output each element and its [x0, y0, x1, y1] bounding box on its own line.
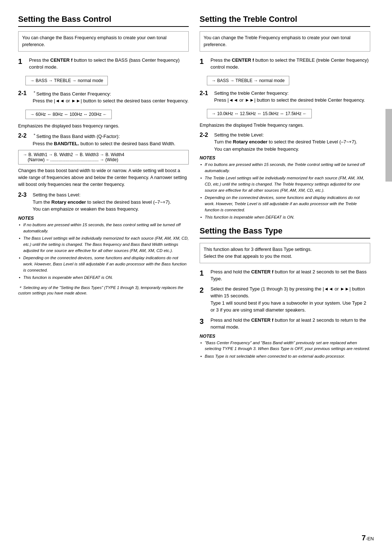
bass-note-3: Depending on the connected devices, some…	[18, 255, 189, 273]
bass-emphasizes: Emphasizes the displayed bass frequency …	[18, 123, 189, 129]
treble-step21-body: Press |◄◄ or ►►| button to select the de…	[214, 97, 365, 103]
bass-step22-title: Setting the Bass Band width (Q-Factor):	[36, 134, 120, 139]
bass-step1: 1 Press the CENTER f button to select th…	[18, 57, 189, 71]
bass-footnote: ＊ Selecting any of the "Setting the Bass…	[18, 285, 189, 296]
treble-note-2: The Treble Level settings will be indivi…	[200, 175, 370, 193]
page-num-digit: 7	[362, 534, 366, 542]
treble-info-box: You can change the Treble Frequency emph…	[200, 31, 370, 52]
treble-notes-title: NOTES	[200, 155, 370, 160]
page: Setting the Bass Control You can change …	[0, 0, 392, 553]
treble-step1-num: 1	[200, 57, 208, 66]
bass-step21: 2-1 ＊Setting the Bass Center Frequency: …	[18, 90, 189, 105]
bass-info-text: You can change the Bass Frequency emphas…	[22, 35, 167, 47]
bass-step22-text1: Press the	[33, 141, 54, 146]
bass-band-box: → B. Width1 → B. Width2 → B. Width3 → B.…	[18, 150, 189, 164]
treble-step22-text2: to select the desired Treble Level (–7~+…	[268, 139, 357, 145]
right-column: Setting the Treble Control You can chang…	[200, 15, 370, 531]
bt-step2-text2: Type 1 will sound best if you have a sub…	[211, 300, 366, 313]
sidebar-tab	[385, 109, 392, 182]
bass-step21-text: ＊Setting the Bass Center Frequency: Pres…	[33, 90, 189, 105]
bt-notes-list: "Bass Center Frequency" and "Bass Band w…	[200, 340, 370, 359]
bass-notes-title: NOTES	[18, 216, 189, 221]
bass-step21-num: 2-1	[18, 90, 31, 97]
bt-step3-text1: Press and hold the	[211, 317, 251, 323]
bt-step2-text: Select the desired Type (1 through 3) by…	[211, 285, 370, 314]
treble-freq-box: → 10.0kHz ↔ 12.5kHz ↔ 15.0kHz ↔ 17.5kHz …	[207, 109, 312, 118]
treble-step1-text1: Press the	[211, 57, 232, 63]
bass-step22: 2-2 ＊Setting the Bass Band width (Q-Fact…	[18, 132, 189, 147]
treble-step21: 2-1 Setting the treble Center frequency:…	[200, 90, 370, 104]
bass-step21-body: Press the |◄◄ or ►►| button to select th…	[33, 98, 188, 103]
bt-step3-text: Press and hold the CENTER f button for a…	[211, 317, 370, 331]
treble-step22: 2-2 Setting the treble Level: Turn the R…	[200, 131, 370, 153]
bass-step23-text2: to select the desired bass level (–7~+7)…	[86, 199, 171, 205]
bass-step1-num: 1	[18, 57, 27, 66]
treble-note-4: This function is inoperable when DEFEAT …	[200, 214, 370, 220]
bass-control-title: Setting the Bass Control	[18, 15, 189, 27]
bt-notes-title: NOTES	[200, 334, 370, 339]
bass-step23-text3: You can emphasize or weaken the bass fre…	[33, 206, 139, 212]
bt-step1-text1: Press and hold the	[211, 269, 251, 275]
bass-step22-bold: BAND/TEL.	[54, 141, 79, 146]
bass-note-4: This function is inoperable when DEFEAT …	[18, 275, 189, 281]
bass-step23-content: Setting the bass Level: Turn the Rotary …	[33, 191, 189, 213]
page-number: 7-EN	[362, 534, 374, 542]
bt-step3: 3 Press and hold the CENTER f button for…	[200, 317, 370, 331]
treble-info-text: You can change the Treble Frequency emph…	[204, 35, 351, 47]
treble-note-3: Depending on the connected devices, some…	[200, 195, 370, 213]
bass-step1-bold: CENTER f	[50, 57, 73, 63]
treble-step22-text1: Turn the	[214, 139, 233, 145]
bt-step2: 2 Select the desired Type (1 through 3) …	[200, 285, 370, 314]
treble-step22-bold: Rotary encoder	[233, 139, 268, 145]
bass-freq-box: → 60Hz ↔ 80Hz ↔ 100Hz ↔ 200Hz ←	[25, 110, 112, 119]
bass-step23: 2-3 Setting the bass Level: Turn the Rot…	[18, 191, 189, 213]
treble-step22-content: Setting the treble Level: Turn the Rotar…	[214, 131, 370, 153]
bt-step1-text: Press and hold the CENTER f button for a…	[211, 268, 370, 282]
bt-step1: 1 Press and hold the CENTER f button for…	[200, 268, 370, 282]
bt-note-2: Bass Type is not selectable when connect…	[200, 353, 370, 359]
treble-step21-num: 2-1	[200, 90, 213, 97]
treble-flow-box: → BASS → TREBLE → normal mode	[207, 76, 289, 85]
bass-step22-asterisk: ＊	[33, 133, 36, 137]
treble-step1: 1 Press the CENTER f button to select th…	[200, 57, 370, 71]
bt-note-1: "Bass Center Frequency" and "Bass Band w…	[200, 340, 370, 352]
bass-note-2: The Bass Level settings will be individu…	[18, 235, 189, 253]
page-num-suffix: -EN	[366, 536, 374, 541]
bass-flow-box: → BASS → TREBLE → normal mode	[25, 76, 108, 85]
treble-step1-text: Press the CENTER f button to select the …	[211, 57, 370, 71]
bass-type-info-box: This function allows for 3 different Bas…	[200, 243, 370, 263]
bt-step3-num: 3	[200, 317, 208, 326]
treble-emphasizes: Emphasizes the displayed Treble frequenc…	[200, 123, 370, 128]
bass-info-box: You can change the Bass Frequency emphas…	[18, 31, 189, 52]
bass-step23-num: 2-3	[18, 191, 31, 199]
bass-step22-desc: Changes the bass boost band width to wid…	[18, 167, 189, 188]
bass-type-info1: This function allows for 3 different Bas…	[204, 247, 312, 252]
bass-step23-title: Setting the bass Level:	[33, 192, 81, 198]
bass-step21-title: Setting the Bass Center Frequency:	[36, 91, 111, 97]
bass-type-title: Setting the Bass Type	[200, 226, 370, 239]
bass-step22-text2: button to select the desired bass Band W…	[79, 141, 175, 146]
bass-notes-list: If no buttons are pressed within 15 seco…	[18, 222, 189, 281]
treble-step22-num: 2-2	[200, 131, 213, 139]
treble-step1-bold: CENTER f	[232, 57, 254, 63]
bt-step2-text1: Select the desired Type (1 through 3) by…	[211, 286, 365, 299]
treble-step21-content: Setting the treble Center frequency: Pre…	[214, 90, 370, 104]
treble-notes: NOTES If no buttons are pressed within 1…	[200, 155, 370, 220]
bt-notes: NOTES "Bass Center Frequency" and "Bass …	[200, 334, 370, 359]
bass-step1-text1: Press the	[29, 57, 50, 63]
bt-step3-bold: CENTER f	[251, 317, 273, 323]
treble-control-title: Setting the Treble Control	[200, 15, 370, 27]
left-column: Setting the Bass Control You can change …	[18, 15, 189, 531]
bass-notes: NOTES If no buttons are pressed within 1…	[18, 216, 189, 281]
bass-type-info2: Select the one that appeals to you the m…	[204, 254, 292, 259]
bass-note-1: If no buttons are pressed within 15 seco…	[18, 222, 189, 234]
treble-step22-title: Setting the treble Level:	[214, 132, 264, 138]
bass-step21-asterisk: ＊	[33, 90, 36, 94]
bt-step1-bold: CENTER f	[251, 269, 273, 275]
bt-step1-num: 1	[200, 268, 208, 278]
treble-step22-text3: You can emphasize the treble frequency.	[214, 146, 299, 152]
bass-step22-num: 2-2	[18, 132, 31, 140]
bass-step23-bold: Rotary encoder	[52, 199, 86, 205]
bt-step2-num: 2	[200, 285, 208, 295]
treble-notes-list: If no buttons are pressed within 15 seco…	[200, 162, 370, 220]
